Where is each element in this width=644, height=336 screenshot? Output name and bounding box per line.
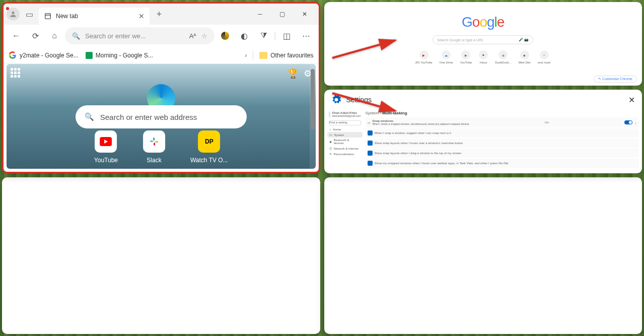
browser-toolbar: ← ⟳ ⌂ 🔍 Search or enter we... Aᴬ ☆ ◐ ⧩ |…: [4, 25, 319, 47]
window-titlebar: ▭ New tab ✕ + ─ ▢ ✕: [4, 4, 319, 25]
svg-rect-1: [45, 14, 51, 19]
google-g-icon: [9, 51, 17, 59]
menu-icon[interactable]: ⋯: [298, 27, 315, 44]
checkbox-icon: [368, 141, 373, 146]
nav-system: ▭System: [327, 132, 363, 138]
setting-row: Show snap layouts when I hover over a wi…: [366, 139, 639, 148]
browser-tab[interactable]: New tab ✕: [39, 8, 150, 25]
apps-grid-icon[interactable]: [11, 68, 21, 78]
nav-personalisation: ✎Personalisation: [327, 151, 363, 157]
setting-snap-windows: ▭Snap windowsWhen I resize a snapped win…: [366, 117, 639, 127]
folder-icon: [259, 52, 267, 59]
site-youtube[interactable]: YouTube: [94, 130, 118, 164]
settings-main: System › Multi-tasking ▭Snap windowsWhen…: [366, 110, 639, 169]
new-tab-button[interactable]: +: [152, 7, 167, 22]
address-bar[interactable]: 🔍 Search or enter we... Aᴬ ☆: [65, 27, 214, 44]
read-aloud-icon[interactable]: Aᴬ: [189, 32, 197, 40]
refresh-button[interactable]: ⟳: [27, 27, 44, 44]
customise-chrome-button: ✎ Customise Chrome: [594, 76, 637, 83]
svg-rect-4: [153, 138, 155, 141]
back-button[interactable]: ←: [8, 27, 25, 44]
address-placeholder: Search or enter we...: [85, 32, 146, 40]
checkbox-icon: [368, 151, 373, 156]
setting-row: Show my snapped windows when I hover ove…: [366, 159, 639, 168]
google-search-box: Search Google or type a URL🎤 📷: [433, 35, 533, 44]
checkbox-icon: [368, 161, 373, 166]
setting-row: When I snap a window, suggest what I can…: [366, 128, 639, 138]
page-icon: [44, 12, 52, 20]
other-favourites[interactable]: Other favourites: [259, 52, 313, 59]
find-setting-input: Find a setting: [329, 120, 361, 125]
site-slack[interactable]: Slack: [143, 130, 165, 164]
new-tab-page: 🏆 ⚙ 🔍 Search or enter web address YouTub…: [7, 64, 316, 169]
checkbox-icon: [368, 130, 373, 136]
bookmark-y2mate[interactable]: y2mate - Google Se...: [9, 51, 79, 59]
profile-button[interactable]: [7, 8, 20, 21]
setting-row: Show snap layouts when I drag a window t…: [366, 149, 639, 158]
svg-point-0: [12, 12, 14, 14]
search-icon: 🔍: [72, 32, 80, 40]
close-icon: ✕: [628, 95, 635, 105]
bookmark-morning[interactable]: Morning - Google S...: [86, 52, 153, 59]
snap-tile-blank-br[interactable]: [324, 177, 642, 334]
svg-line-7: [332, 40, 395, 58]
settings-sidebar: Ehan Adeel Khanehanadeel26@gmail.com Fin…: [327, 110, 363, 169]
top-sites: YouTube Slack DP Watch TV O...: [94, 130, 228, 164]
svg-line-8: [332, 93, 395, 111]
close-button[interactable]: ✕: [294, 6, 316, 22]
minimize-button[interactable]: ─: [249, 6, 271, 22]
svg-rect-3: [150, 141, 153, 142]
toggle-icon: [624, 120, 632, 124]
sheets-icon: [86, 52, 93, 59]
svg-rect-5: [155, 141, 158, 143]
google-logo: Google: [344, 14, 622, 30]
svg-rect-6: [154, 143, 155, 146]
extensions-icon[interactable]: ⧩: [255, 27, 272, 44]
nav-home: ⌂Home: [327, 127, 363, 132]
site-watchtv[interactable]: DP Watch TV O...: [190, 130, 228, 164]
snap-suggestion-column: Google Search Google or type a URL🎤 📷 ▶(…: [324, 2, 642, 173]
scrollbar[interactable]: [310, 64, 316, 169]
nav-network: ⌬Network & internet: [327, 146, 363, 151]
home-button[interactable]: ⌂: [46, 27, 63, 44]
slack-icon: [143, 130, 165, 153]
split-screen-icon[interactable]: ◫: [278, 27, 296, 44]
rewards-icon[interactable]: 🏆: [288, 68, 299, 79]
ntp-search-placeholder: Search or enter web address: [100, 113, 197, 121]
bookmarks-overflow-icon[interactable]: ›: [245, 52, 247, 59]
ntp-search-box[interactable]: 🔍 Search or enter web address: [76, 105, 247, 128]
tab-title: New tab: [56, 13, 78, 20]
maximize-button[interactable]: ▢: [271, 6, 294, 22]
search-icon: 🔍: [85, 112, 94, 121]
snap-tile-edge-browser[interactable]: ▭ New tab ✕ + ─ ▢ ✕ ← ⟳ ⌂ 🔍 Search or en…: [2, 2, 320, 173]
bookmarks-bar: y2mate - Google Se... Morning - Google S…: [4, 47, 319, 64]
tab-close-icon[interactable]: ✕: [138, 12, 145, 20]
snap-tile-blank-bl[interactable]: [2, 177, 320, 334]
annotation-arrow-top: [330, 35, 400, 62]
nav-bluetooth: ✱Bluetooth & devices: [327, 138, 363, 146]
youtube-icon: [95, 130, 117, 153]
dp-icon: DP: [198, 130, 220, 153]
tab-actions-button[interactable]: ▭: [23, 8, 36, 21]
ext-2-icon[interactable]: ◐: [236, 27, 253, 44]
favorite-icon[interactable]: ☆: [201, 32, 207, 40]
ext-1-icon[interactable]: [217, 27, 234, 44]
annotation-arrow-bottom: [330, 91, 400, 118]
